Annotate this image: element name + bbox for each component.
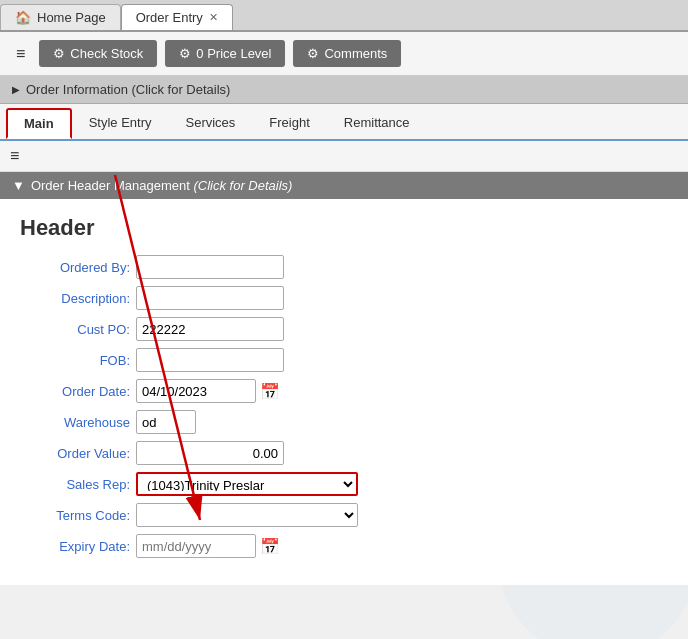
home-icon: 🏠: [15, 10, 31, 25]
order-date-row: Order Date: 📅: [20, 379, 668, 403]
order-info-label: Order Information (Click for Details): [26, 82, 230, 97]
fob-row: FOB:: [20, 348, 668, 372]
order-date-label: Order Date:: [20, 384, 130, 399]
home-tab[interactable]: 🏠 Home Page: [0, 4, 121, 30]
expiry-date-label: Expiry Date:: [20, 539, 130, 554]
form-area: Header Ordered By: Description: Cust PO:…: [0, 199, 688, 585]
order-info-arrow-icon: ▶: [12, 84, 20, 95]
form-title: Header: [20, 215, 668, 241]
warehouse-input[interactable]: [136, 410, 196, 434]
order-value-input[interactable]: [136, 441, 284, 465]
ordered-by-label: Ordered By:: [20, 260, 130, 275]
check-stock-gear-icon: [53, 46, 65, 61]
secondary-menu-icon[interactable]: ≡: [10, 147, 19, 165]
check-stock-button[interactable]: Check Stock: [39, 40, 157, 67]
tab-remittance[interactable]: Remittance: [327, 108, 427, 139]
terms-code-row: Terms Code:: [20, 503, 668, 527]
sales-rep-row: Sales Rep: (1043)Trinity Preslar: [20, 472, 668, 496]
order-date-calendar-icon[interactable]: 📅: [260, 382, 280, 401]
sales-rep-select[interactable]: (1043)Trinity Preslar: [136, 472, 358, 496]
price-level-button[interactable]: 0 Price Level: [165, 40, 285, 67]
order-entry-tab[interactable]: Order Entry ✕: [121, 4, 233, 30]
main-tabs-bar: Main Style Entry Services Freight Remitt…: [0, 104, 688, 141]
fob-label: FOB:: [20, 353, 130, 368]
ordered-by-row: Ordered By:: [20, 255, 668, 279]
price-level-gear-icon: [179, 46, 191, 61]
order-entry-tab-label: Order Entry: [136, 10, 203, 25]
description-label: Description:: [20, 291, 130, 306]
cust-po-label: Cust PO:: [20, 322, 130, 337]
comments-gear-icon: [307, 46, 319, 61]
terms-code-label: Terms Code:: [20, 508, 130, 523]
home-tab-label: Home Page: [37, 10, 106, 25]
order-value-label: Order Value:: [20, 446, 130, 461]
expiry-date-calendar-icon[interactable]: 📅: [260, 537, 280, 556]
warehouse-row: Warehouse: [20, 410, 668, 434]
order-header-section-header[interactable]: ▼ Order Header Management (Click for Det…: [0, 172, 688, 199]
fob-input[interactable]: [136, 348, 284, 372]
tab-main[interactable]: Main: [6, 108, 72, 139]
sales-rep-label: Sales Rep:: [20, 477, 130, 492]
cust-po-row: Cust PO:: [20, 317, 668, 341]
order-date-input[interactable]: [136, 379, 256, 403]
order-header-label: Order Header Management (Click for Detai…: [31, 178, 293, 193]
menu-icon[interactable]: ≡: [10, 41, 31, 67]
comments-button[interactable]: Comments: [293, 40, 401, 67]
expiry-date-row: Expiry Date: 📅: [20, 534, 668, 558]
description-row: Description:: [20, 286, 668, 310]
order-value-row: Order Value:: [20, 441, 668, 465]
main-toolbar: ≡ Check Stock 0 Price Level Comments: [0, 32, 688, 76]
expiry-date-wrap: 📅: [136, 534, 280, 558]
secondary-toolbar: ≡: [0, 141, 688, 172]
cust-po-input[interactable]: [136, 317, 284, 341]
order-header-arrow-icon: ▼: [12, 178, 25, 193]
tab-services[interactable]: Services: [168, 108, 252, 139]
tab-style-entry[interactable]: Style Entry: [72, 108, 169, 139]
close-tab-icon[interactable]: ✕: [209, 11, 218, 24]
terms-code-select[interactable]: [136, 503, 358, 527]
order-info-section-header[interactable]: ▶ Order Information (Click for Details): [0, 76, 688, 104]
ordered-by-input[interactable]: [136, 255, 284, 279]
description-input[interactable]: [136, 286, 284, 310]
order-date-wrap: 📅: [136, 379, 280, 403]
browser-tabs: 🏠 Home Page Order Entry ✕: [0, 0, 688, 32]
warehouse-label: Warehouse: [20, 415, 130, 430]
tab-freight[interactable]: Freight: [252, 108, 326, 139]
expiry-date-input[interactable]: [136, 534, 256, 558]
